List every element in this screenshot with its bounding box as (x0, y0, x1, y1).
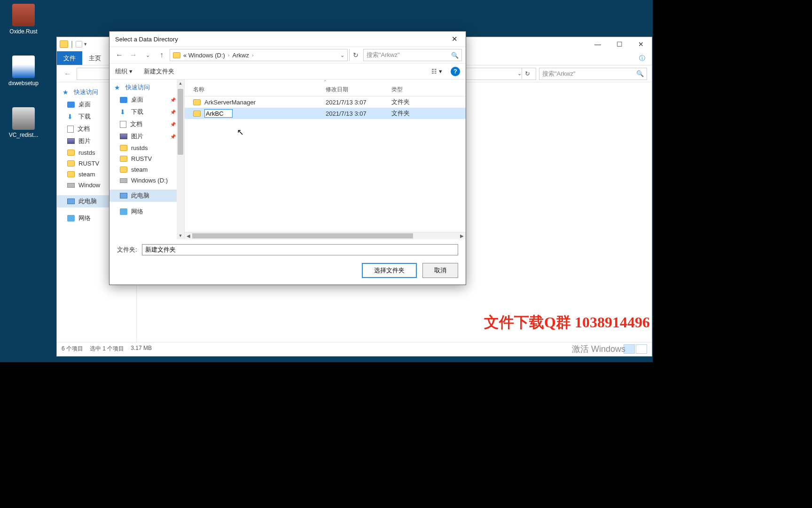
folder-icon (193, 111, 201, 117)
file-date: 2021/7/13 3:07 (326, 110, 391, 117)
col-type[interactable]: 类型 (391, 86, 448, 94)
nav-rustds[interactable]: rustds (109, 143, 184, 153)
folder-label: 文件夹: (117, 246, 137, 254)
folder-icon (60, 40, 68, 48)
nav-pictures[interactable]: 图片📌 (109, 130, 184, 143)
organize-button[interactable]: 组织 ▾ (115, 67, 133, 76)
minimize-button[interactable]: — (587, 37, 609, 51)
list-row-selected[interactable]: 2021/7/13 3:07 文件夹 (185, 108, 466, 119)
file-type: 文件夹 (391, 98, 448, 106)
scroll-up-icon[interactable]: ▲ (177, 79, 184, 87)
desktop-icon-dxweb[interactable]: dxwebsetup (5, 56, 42, 87)
dialog-close-button[interactable]: ✕ (447, 33, 462, 45)
icon-label: VC_redist... (5, 132, 42, 138)
view-icons-button[interactable] (636, 344, 647, 354)
dialog-footer: 文件夹: 选择文件夹 取消 (109, 239, 466, 285)
select-folder-button[interactable]: 选择文件夹 (362, 263, 417, 278)
search-box[interactable]: 搜索"Arkwz" 🔍 (539, 68, 647, 80)
col-name[interactable]: 名称 (185, 86, 326, 94)
desktop-icon-oxide[interactable]: Oxide.Rust (5, 4, 42, 35)
dialog-search-box[interactable]: 搜索"Arkwz" 🔍 (363, 49, 462, 61)
breadcrumb-bar[interactable]: « Windows (D:) › Arkwz › ⌄ (170, 49, 348, 61)
search-icon: 🔍 (451, 52, 459, 59)
selected-size: 3.17 MB (131, 345, 152, 353)
nav-steam[interactable]: steam (109, 164, 184, 175)
nav-this-pc[interactable]: 此电脑 (109, 190, 184, 202)
back-button[interactable]: ← (113, 49, 125, 61)
scroll-thumb[interactable] (192, 233, 413, 238)
quick-access-toolbar: | ▼ (60, 37, 87, 51)
search-placeholder: 搜索"Arkwz" (367, 51, 400, 59)
nav-network[interactable]: 网络 (109, 206, 184, 218)
installer-icon (12, 107, 35, 130)
icon-label: dxwebsetup (5, 80, 42, 87)
nav-rustv[interactable]: RUSTV (109, 153, 184, 164)
nav-quick-access[interactable]: ★快速访问 (109, 81, 184, 94)
selected-count: 选中 1 个项目 (90, 345, 124, 353)
windows-watermark: 激活 Windows (572, 343, 625, 355)
close-button[interactable]: ✕ (630, 37, 652, 51)
select-directory-dialog: Select a Data Directory ✕ ← → ⌄ ↑ « Wind… (109, 31, 466, 285)
setup-icon (12, 56, 35, 78)
search-icon: 🔍 (636, 70, 644, 77)
file-name: ArkServerManager (204, 99, 256, 106)
file-type: 文件夹 (391, 109, 448, 118)
folder-name-input[interactable] (142, 244, 458, 255)
help-icon[interactable]: ? (451, 67, 460, 76)
scroll-left-icon[interactable]: ◀ (185, 233, 192, 238)
refresh-button[interactable]: ↻ (349, 49, 361, 61)
nav-scrollbar[interactable]: ▲ ▼ (177, 79, 184, 239)
back-button[interactable]: ← (62, 68, 74, 80)
nav-windows-d[interactable]: Windows (D:) (109, 175, 184, 186)
rename-input[interactable] (204, 109, 233, 118)
desktop-icon-vcredist[interactable]: VC_redist... (5, 107, 42, 138)
help-icon[interactable]: ⓘ (632, 51, 652, 65)
dialog-titlebar: Select a Data Directory ✕ (109, 32, 466, 47)
tab-file[interactable]: 文件 (57, 51, 82, 65)
dialog-address-bar: ← → ⌄ ↑ « Windows (D:) › Arkwz › ⌄ ↻ 搜索"… (109, 47, 466, 64)
new-folder-button[interactable]: 新建文件夹 (144, 67, 174, 76)
item-count: 6 个项目 (62, 345, 83, 353)
status-bar: 6 个项目 选中 1 个项目 3.17 MB (57, 342, 652, 355)
tab-home[interactable]: 主页 (82, 51, 108, 65)
nav-downloads[interactable]: ⬇下载📌 (109, 106, 184, 118)
file-date: 2021/7/13 3:07 (326, 99, 391, 106)
icon-label: Oxide.Rust (5, 28, 42, 35)
view-button[interactable]: ☷ ▾ (431, 68, 442, 75)
desktop-background: Oxide.Rust dxwebsetup VC_redist... | ▼ —… (0, 0, 653, 362)
dialog-nav-pane: ★快速访问 桌面📌 ⬇下载📌 文档📌 图片📌 rustds RUSTV stea… (109, 79, 185, 239)
col-modified[interactable]: 修改日期 (326, 86, 391, 94)
nav-documents[interactable]: 文档📌 (109, 118, 184, 130)
file-list: ⌃ 名称 修改日期 类型 ArkServerManager 2021/7/13 … (185, 79, 466, 239)
dialog-title: Select a Data Directory (115, 36, 178, 43)
doc-icon (76, 41, 82, 48)
list-row[interactable]: ArkServerManager 2021/7/13 3:07 文件夹 (185, 96, 466, 108)
maximize-button[interactable]: ☐ (609, 37, 630, 51)
up-button[interactable]: ↑ (156, 49, 168, 61)
folder-icon (173, 52, 180, 58)
nav-desktop[interactable]: 桌面📌 (109, 94, 184, 106)
recent-button[interactable]: ⌄ (141, 49, 154, 61)
h-scrollbar[interactable]: ◀ ▶ (185, 232, 466, 239)
search-placeholder: 搜索"Arkwz" (542, 70, 576, 78)
sort-indicator: ⌃ (185, 79, 466, 83)
forward-button[interactable]: → (127, 49, 140, 61)
cancel-button[interactable]: 取消 (422, 263, 458, 278)
scroll-right-icon[interactable]: ▶ (458, 233, 466, 238)
winrar-icon (12, 4, 35, 26)
column-headers: 名称 修改日期 类型 (185, 83, 466, 96)
breadcrumb-child[interactable]: Arkwz (233, 52, 249, 59)
scroll-down-icon[interactable]: ▼ (177, 232, 184, 239)
overlay-caption: 文件下载Q群 1038914496 (484, 312, 650, 333)
scroll-thumb[interactable] (178, 89, 183, 155)
breadcrumb-root[interactable]: « Windows (D:) (183, 52, 225, 59)
folder-icon (193, 99, 201, 105)
dialog-toolbar: 组织 ▾ 新建文件夹 ☷ ▾ ? (109, 64, 466, 79)
